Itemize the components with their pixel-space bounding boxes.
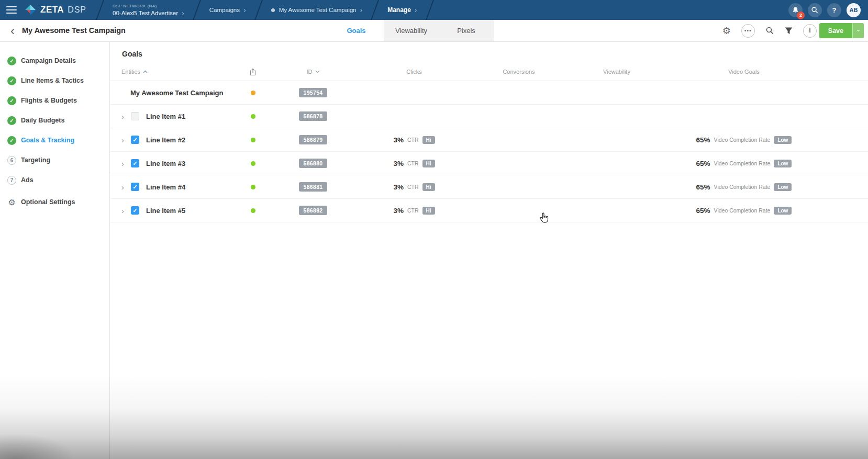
- campaign-steps-sidebar: Campaign Details Line Items & Tactics Fl…: [0, 42, 110, 459]
- row-checkbox[interactable]: [131, 183, 139, 191]
- expand-chevron-icon[interactable]: [121, 136, 131, 144]
- check-circle-icon: [7, 57, 16, 65]
- avatar-initials: AB: [850, 7, 858, 13]
- notifications-button[interactable]: 2: [788, 3, 803, 17]
- expand-chevron-icon[interactable]: [121, 159, 131, 168]
- chevron-right-icon: [360, 6, 363, 14]
- row-checkbox[interactable]: [131, 112, 139, 120]
- tab-goals[interactable]: Goals: [329, 20, 384, 41]
- column-viewability: Viewability: [603, 69, 630, 75]
- table-row-campaign[interactable]: My Awesome Test Campaign 195754: [110, 81, 868, 105]
- table-row-line-item[interactable]: Line Item #2 586879 3% CTR Hi 65% Video …: [110, 128, 868, 152]
- status-dot-icon: [251, 114, 255, 119]
- column-label: Conversions: [503, 69, 535, 75]
- back-button[interactable]: [6, 24, 19, 38]
- check-circle-icon: [7, 96, 16, 105]
- vcr-value: 65%: [696, 160, 710, 167]
- sidebar-item-goals-tracking[interactable]: Goals & Tracking: [0, 130, 109, 150]
- more-options-icon[interactable]: [741, 24, 755, 38]
- breadcrumb-separator: [96, 0, 104, 20]
- status-dot-icon: [251, 185, 255, 189]
- sidebar-item-label: Daily Budgets: [21, 117, 64, 124]
- global-search-button[interactable]: [808, 3, 822, 17]
- id-badge: 586878: [299, 111, 328, 121]
- priority-badge: Hi: [422, 183, 435, 191]
- brand-product: DSP: [68, 5, 86, 15]
- ctr-value: 3%: [393, 207, 404, 215]
- filter-funnel-icon[interactable]: [785, 27, 793, 35]
- page-header: My Awesome Test Campaign Goals Viewabili…: [0, 20, 868, 42]
- user-avatar[interactable]: AB: [847, 3, 861, 17]
- sidebar-item-label: Flights & Budgets: [21, 97, 77, 104]
- id-badge: 586879: [299, 135, 328, 144]
- priority-badge: Low: [774, 183, 792, 191]
- check-circle-icon: [7, 136, 16, 145]
- sort-up-icon: [143, 70, 148, 73]
- manage-label: Manage: [387, 6, 411, 14]
- expand-chevron-icon[interactable]: [121, 112, 131, 121]
- id-badge: 586882: [299, 206, 328, 215]
- row-checkbox[interactable]: [131, 136, 139, 144]
- search-icon[interactable]: [765, 26, 774, 35]
- step-number-icon: 7: [7, 176, 16, 185]
- vcr-value: 65%: [696, 207, 710, 215]
- clicks-goal: 3% CTR Hi: [393, 136, 435, 144]
- row-checkbox[interactable]: [131, 206, 139, 215]
- tab-pixels[interactable]: Pixels: [439, 20, 494, 41]
- column-share[interactable]: [249, 68, 257, 76]
- expand-chevron-icon[interactable]: [121, 183, 131, 192]
- column-label: Clicks: [406, 69, 421, 75]
- ctr-value: 3%: [393, 160, 404, 167]
- brand-logo[interactable]: ZETA DSP: [23, 0, 96, 20]
- table-row-line-item[interactable]: Line Item #1 586878: [110, 105, 868, 128]
- breadcrumb-campaigns[interactable]: Campaigns: [201, 0, 254, 20]
- sidebar-item-optional-settings[interactable]: Optional Settings: [0, 192, 109, 212]
- line-item-name: Line Item #4: [146, 183, 185, 191]
- sidebar-item-campaign-details[interactable]: Campaign Details: [0, 51, 109, 71]
- expand-chevron-icon[interactable]: [121, 206, 131, 215]
- column-label: Video Goals: [728, 69, 760, 75]
- hamburger-menu-icon[interactable]: [0, 0, 23, 20]
- table-row-line-item[interactable]: Line Item #4 586881 3% CTR Hi 65% Video …: [110, 175, 868, 199]
- info-icon[interactable]: [803, 24, 817, 38]
- table-row-line-item[interactable]: Line Item #5 586882 3% CTR Hi 65% Video …: [110, 199, 868, 222]
- sidebar-item-flights-budgets[interactable]: Flights & Budgets: [0, 91, 109, 110]
- top-navigation: ZETA DSP DSP NETWORK (NA) 00-AlexB Test …: [0, 0, 868, 20]
- campaigns-label: Campaigns: [209, 7, 240, 13]
- tab-bar: Goals Viewability Pixels: [329, 20, 494, 41]
- table-row-line-item[interactable]: Line Item #3 586880 3% CTR Hi 65% Video …: [110, 152, 868, 175]
- sidebar-item-line-items-tactics[interactable]: Line Items & Tactics: [0, 71, 109, 91]
- breadcrumb-manage[interactable]: Manage: [379, 0, 425, 20]
- settings-gear-icon[interactable]: [722, 25, 731, 37]
- status-dot-icon: [251, 138, 255, 142]
- save-button-group: Save: [819, 23, 864, 38]
- save-dropdown-button[interactable]: [852, 23, 864, 38]
- zeta-logo-icon: [24, 4, 37, 16]
- breadcrumb-advertiser[interactable]: DSP NETWORK (NA) 00-AlexB Test Advertise…: [104, 0, 193, 20]
- video-goal: 65% Video Completion Rate Low: [696, 207, 792, 215]
- sidebar-item-daily-budgets[interactable]: Daily Budgets: [0, 110, 109, 130]
- column-id[interactable]: ID: [307, 69, 320, 75]
- breadcrumb-separator: [254, 0, 263, 20]
- priority-badge: Low: [774, 136, 792, 144]
- column-entities[interactable]: Entities: [110, 69, 148, 75]
- column-clicks: Clicks: [406, 69, 421, 75]
- tab-viewability[interactable]: Viewability: [384, 20, 439, 41]
- sidebar-item-ads[interactable]: 7 Ads: [0, 170, 109, 190]
- vcr-label: Video Completion Rate: [714, 184, 771, 190]
- vcr-label: Video Completion Rate: [714, 160, 771, 166]
- help-button[interactable]: ?: [827, 3, 841, 17]
- sidebar-item-targeting[interactable]: 6 Targeting: [0, 150, 109, 170]
- question-mark-icon: ?: [832, 6, 837, 14]
- status-dot-icon: [251, 208, 255, 213]
- row-checkbox[interactable]: [131, 159, 139, 167]
- ctr-label: CTR: [407, 207, 419, 214]
- column-video-goals: Video Goals: [728, 69, 760, 75]
- notification-count-badge: 2: [797, 12, 805, 19]
- brand-name: ZETA: [40, 5, 64, 15]
- vcr-label: Video Completion Rate: [714, 207, 771, 214]
- save-button[interactable]: Save: [819, 23, 852, 38]
- breadcrumb-separator: [193, 0, 201, 20]
- sidebar-item-label: Targeting: [21, 156, 50, 164]
- breadcrumb-campaign[interactable]: My Awesome Test Campaign: [263, 0, 371, 20]
